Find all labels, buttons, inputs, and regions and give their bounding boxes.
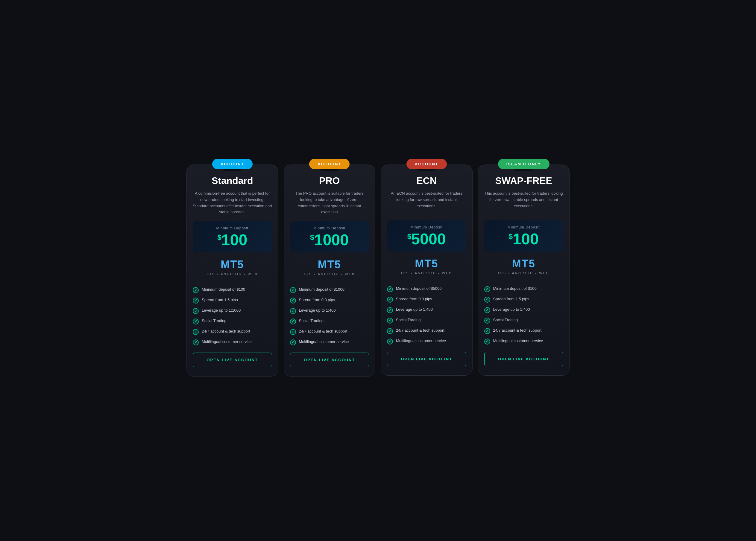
check-icon	[484, 307, 490, 313]
feature-item: Minimum deposit of $1000	[290, 287, 369, 293]
platform-section: MT5 IOS • ANDROID • WEB	[484, 258, 564, 275]
open-account-button[interactable]: OPEN LIVE ACCOUNT	[290, 352, 369, 367]
open-account-button[interactable]: OPEN LIVE ACCOUNT	[484, 352, 564, 366]
badge-wrapper: ACCOUNT	[381, 159, 472, 169]
feature-item: Minimum deposit of $5000	[387, 286, 466, 292]
feature-item: Social Trading	[193, 318, 272, 324]
feature-text: Multilingual customer service	[202, 339, 252, 344]
feature-text: 24/7 account & tech support	[493, 328, 542, 333]
card-pro: ACCOUNT PRO The PRO account is suitable …	[284, 165, 376, 376]
feature-text: Leverage up to 1:400	[493, 307, 530, 312]
check-icon	[290, 318, 296, 324]
deposit-section: Minimum Deposit $100	[193, 221, 272, 253]
platform-devices: IOS • ANDROID • WEB	[387, 271, 466, 275]
divider	[484, 281, 564, 281]
platform-name: MT5	[484, 258, 564, 270]
features-list: Minimum deposit of $5000 Spread from 0.0…	[387, 286, 466, 344]
feature-text: Leverage up to 1:1000	[202, 308, 241, 313]
deposit-amount: $5000	[391, 231, 463, 247]
check-icon	[193, 308, 199, 314]
deposit-label: Minimum Deposit	[294, 226, 366, 230]
check-icon	[387, 297, 393, 303]
feature-text: Minimum deposit of $100	[493, 286, 537, 291]
feature-text: Multilingual customer service	[396, 338, 446, 343]
feature-text: Social Trading	[396, 317, 420, 323]
feature-item: Minimum deposit of $100	[484, 286, 564, 292]
open-account-button[interactable]: OPEN LIVE ACCOUNT	[387, 352, 466, 366]
feature-item: Minimum deposit of $100	[193, 287, 272, 293]
check-icon	[387, 328, 393, 334]
deposit-section: Minimum Deposit $5000	[387, 221, 466, 252]
feature-text: Social Trading	[299, 318, 324, 323]
feature-text: 24/7 account & tech support	[396, 328, 444, 333]
feature-text: Minimum deposit of $5000	[396, 286, 441, 291]
feature-item: Multilingual customer service	[387, 338, 466, 344]
feature-item: 24/7 account & tech support	[484, 328, 564, 334]
currency-symbol: $	[310, 233, 314, 241]
check-icon	[193, 329, 199, 335]
platform-section: MT5 IOS • ANDROID • WEB	[290, 259, 369, 276]
card-title: Standard	[193, 175, 272, 186]
feature-text: Multilingual customer service	[299, 339, 349, 344]
check-icon	[484, 317, 490, 323]
feature-item: Spread from 1.5 pips	[193, 297, 272, 303]
badge-wrapper: ACCOUNT	[187, 159, 278, 169]
platform-section: MT5 IOS • ANDROID • WEB	[387, 258, 466, 275]
feature-item: Leverage up to 1:400	[484, 307, 564, 313]
deposit-section: Minimum Deposit $100	[484, 221, 564, 252]
platform-devices: IOS • ANDROID • WEB	[193, 272, 272, 276]
check-icon	[193, 287, 199, 293]
feature-item: Multilingual customer service	[290, 339, 369, 345]
card-swap-free: ISLAMIC ONLY SWAP-FREE This account is b…	[478, 165, 570, 376]
check-icon	[290, 308, 296, 314]
feature-item: Leverage up to 1:400	[290, 308, 369, 314]
feature-text: Minimum deposit of $100	[202, 287, 245, 292]
feature-text: Multilingual customer service	[493, 338, 543, 343]
card-inner: SWAP-FREE This account is best-suited fo…	[478, 175, 570, 366]
features-list: Minimum deposit of $100 Spread from 1.5 …	[484, 286, 564, 344]
feature-text: Leverage up to 1:400	[299, 308, 336, 313]
deposit-amount: $100	[488, 231, 560, 247]
feature-text: Social Trading	[202, 318, 226, 323]
feature-item: 24/7 account & tech support	[387, 328, 466, 334]
check-icon	[484, 297, 490, 303]
cards-container: ACCOUNT Standard A commision-free accoun…	[186, 165, 570, 376]
deposit-section: Minimum Deposit $1000	[290, 221, 369, 253]
platform-name: MT5	[387, 258, 466, 270]
deposit-label: Minimum Deposit	[488, 225, 560, 230]
feature-item: Multilingual customer service	[484, 338, 564, 344]
card-description: This account is best-suited for traders …	[484, 191, 564, 215]
card-badge: ISLAMIC ONLY	[498, 159, 549, 169]
card-badge: ACCOUNT	[212, 159, 253, 169]
check-icon	[387, 286, 393, 292]
card-inner: ECN An ECN account is best-suited for tr…	[381, 175, 472, 366]
divider	[193, 282, 272, 282]
feature-item: Leverage up to 1:1000	[193, 308, 272, 314]
deposit-label: Minimum Deposit	[196, 226, 268, 230]
deposit-label: Minimum Deposit	[391, 225, 463, 230]
card-badge: ACCOUNT	[406, 159, 447, 169]
check-icon	[484, 286, 490, 292]
feature-item: Social Trading	[484, 317, 564, 323]
check-icon	[193, 318, 199, 324]
card-title: SWAP-FREE	[484, 175, 564, 186]
divider	[290, 282, 369, 282]
feature-text: 24/7 account & tech support	[299, 329, 347, 334]
currency-symbol: $	[217, 233, 221, 241]
feature-item: 24/7 account & tech support	[193, 329, 272, 335]
feature-text: Spread from 1.5 pips	[202, 297, 238, 303]
check-icon	[290, 339, 296, 345]
badge-wrapper: ACCOUNT	[284, 159, 375, 169]
platform-devices: IOS • ANDROID • WEB	[484, 271, 564, 275]
feature-text: 24/7 account & tech support	[202, 329, 250, 334]
platform-devices: IOS • ANDROID • WEB	[290, 272, 369, 276]
deposit-amount: $1000	[294, 232, 366, 248]
card-description: The PRO account is suitable for traders …	[290, 191, 369, 215]
open-account-button[interactable]: OPEN LIVE ACCOUNT	[193, 352, 272, 367]
platform-section: MT5 IOS • ANDROID • WEB	[193, 259, 272, 276]
badge-wrapper: ISLAMIC ONLY	[478, 159, 570, 169]
features-list: Minimum deposit of $100 Spread from 1.5 …	[193, 287, 272, 345]
card-title: ECN	[387, 175, 466, 186]
currency-symbol: $	[407, 233, 411, 241]
feature-item: 24/7 account & tech support	[290, 329, 369, 335]
